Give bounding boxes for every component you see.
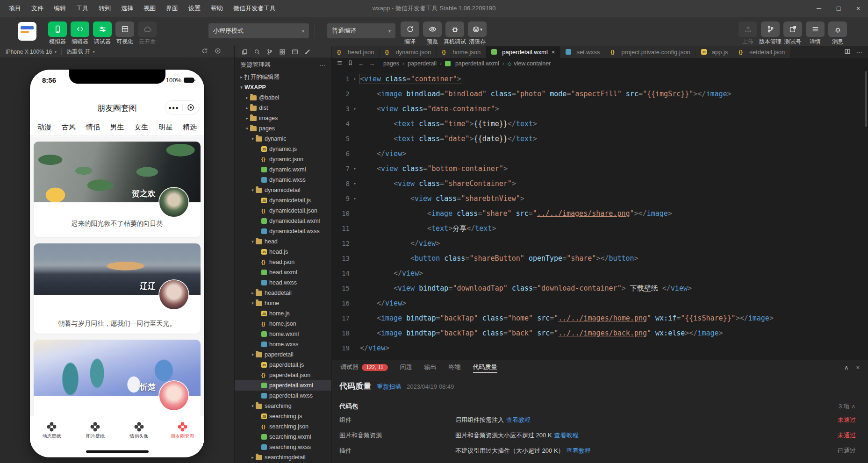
menu-item-帮助[interactable]: 帮助	[207, 2, 227, 14]
editor-tab-paperdetail.wxml[interactable]: paperdetail.wxml×	[486, 46, 560, 58]
code-line[interactable]: 16</view>	[332, 296, 868, 311]
window-icon[interactable]	[292, 49, 298, 55]
brush-icon[interactable]	[304, 49, 311, 55]
panel-tab-调试器[interactable]: 调试器122, 11	[340, 360, 388, 374]
rescan-link[interactable]: 重新扫描	[377, 383, 401, 391]
编译-button[interactable]: 编译	[399, 17, 421, 46]
tree-item-dynamicdetail.wxss[interactable]: dynamicdetail.wxss	[235, 226, 331, 236]
editor-tab-set.wxss[interactable]: set.wxss	[560, 46, 605, 58]
code-line[interactable]: 19</view>	[332, 341, 868, 356]
fold-caret-icon[interactable]: ▾	[350, 166, 360, 171]
code-line[interactable]: 5<text class="date">{{date}}</text>	[332, 131, 868, 146]
bookmark-icon[interactable]	[347, 60, 353, 67]
grid-icon[interactable]	[279, 49, 286, 55]
editor-tab-setdetail.json[interactable]: {}setdetail.json	[733, 46, 790, 58]
moments-card[interactable]: 贺之欢迟来的阳光救不了枯萎的向日葵	[34, 142, 201, 237]
消息-button[interactable]: 消息	[827, 17, 848, 46]
code-editor[interactable]: 1▾<view class="container">2<image bindlo…	[332, 69, 868, 360]
restart-icon[interactable]	[201, 48, 208, 56]
code-line[interactable]: 12</view>	[332, 236, 868, 251]
tree-item-WXAPP[interactable]: ▾WXAPP	[235, 82, 331, 93]
close-window-icon[interactable]: ×	[848, 0, 868, 17]
fold-caret-icon[interactable]: ▾	[350, 107, 360, 111]
tree-item-searchimgdetail[interactable]: ▸searchimgdetail	[235, 452, 331, 463]
search-icon[interactable]	[254, 49, 260, 55]
tutorial-link[interactable]: 查看教程	[554, 432, 579, 439]
breadcrumb-item-paperdetail.wxml[interactable]: paperdetail.wxml	[445, 60, 499, 67]
list-icon[interactable]	[337, 60, 343, 67]
可视化-button[interactable]: 可视化	[114, 17, 136, 46]
category-tab-明星[interactable]: 明星	[158, 123, 172, 132]
tree-item-searchimg.json[interactable]: {}searchimg.json	[235, 421, 331, 432]
maximize-window-icon[interactable]: □	[829, 0, 848, 17]
tabbar-item-情侣头像[interactable]: 情侣头像	[117, 416, 161, 445]
tree-item-dynamic.json[interactable]: {}dynamic.json	[235, 154, 331, 164]
breadcrumb-item-pages[interactable]: pages	[383, 60, 399, 67]
版本管理-button[interactable]: 版本管理	[760, 17, 781, 46]
tabbar-item-图片壁纸[interactable]: 图片壁纸	[73, 416, 117, 445]
more-actions-icon[interactable]: ⋯	[856, 49, 862, 56]
tree-item-dynamic[interactable]: ▾dynamic	[235, 134, 331, 144]
minimize-window-icon[interactable]: ─	[809, 0, 829, 17]
category-tab-情侣[interactable]: 情侣	[86, 123, 100, 132]
tree-item-head.wxml[interactable]: head.wxml	[235, 267, 331, 278]
tree-item-head.js[interactable]: JShead.js	[235, 247, 331, 257]
menu-item-项目[interactable]: 项目	[5, 2, 25, 14]
tree-item-dist[interactable]: ▸dist	[235, 103, 331, 113]
split-editor-icon[interactable]	[844, 48, 851, 56]
close-tab-icon[interactable]: ×	[552, 49, 555, 56]
fold-caret-icon[interactable]: ▾	[350, 181, 360, 186]
more-dots-icon[interactable]: ●●●	[165, 105, 182, 110]
screenshot-icon[interactable]	[215, 48, 221, 56]
menu-item-工具[interactable]: 工具	[72, 2, 93, 14]
device-select[interactable]: iPhone X 100% 16 ▾	[0, 49, 57, 55]
清缓存-button[interactable]: ▾清缓存	[466, 17, 488, 46]
调试器-button[interactable]: 调试器	[92, 17, 113, 46]
tree-item-images[interactable]: ▸images	[235, 113, 331, 123]
mode-select[interactable]: 小程序模式 ▾	[208, 23, 309, 38]
editor-tab-head.json[interactable]: {}head.json	[332, 46, 380, 58]
模拟器-button[interactable]: 模拟器	[47, 17, 68, 46]
back-arrow-icon[interactable]: ←	[358, 60, 364, 67]
tree-item-@babel[interactable]: ▸@babel	[235, 93, 331, 103]
category-tab-男生[interactable]: 男生	[110, 123, 124, 132]
close-capsule-icon[interactable]	[183, 104, 200, 111]
avatar[interactable]	[159, 280, 188, 309]
tree-item-paperdetail.wxml[interactable]: paperdetail.wxml	[235, 380, 331, 391]
code-line[interactable]: 1▾<view class="container">	[332, 71, 868, 86]
editor-tab-home.json[interactable]: {}home.json	[437, 46, 486, 58]
codepack-section-header[interactable]: 代码包 3 项 ∧	[339, 401, 856, 412]
tree-item-head.json[interactable]: {}head.json	[235, 257, 331, 267]
编辑器-button[interactable]: 编辑器	[69, 17, 91, 46]
fold-caret-icon[interactable]: ▾	[350, 77, 360, 81]
menu-item-转到[interactable]: 转到	[94, 2, 115, 14]
tree-item-paperdetail.js[interactable]: JSpaperdetail.js	[235, 360, 331, 370]
tree-item-paperdetail.json[interactable]: {}paperdetail.json	[235, 370, 331, 380]
editor-tab-app.js[interactable]: JSapp.js	[696, 46, 734, 58]
branch-icon[interactable]	[266, 49, 273, 55]
tree-item-home.json[interactable]: {}home.json	[235, 319, 331, 329]
code-line[interactable]: 11<text>分享</text>	[332, 221, 868, 236]
tree-item-headdetail[interactable]: ▸headdetail	[235, 288, 331, 298]
tree-item-paperdetail.wxss[interactable]: paperdetail.wxss	[235, 391, 331, 401]
tree-item-paperdetail[interactable]: ▾paperdetail	[235, 349, 331, 360]
tree-item-dynamicdetail.wxml[interactable]: dynamicdetail.wxml	[235, 216, 331, 226]
breadcrumb-item-paperdetail[interactable]: paperdetail	[408, 60, 437, 67]
breadcrumb-item-view.container[interactable]: ◇view.container	[508, 60, 551, 67]
tree-item-home.js[interactable]: JShome.js	[235, 308, 331, 319]
code-line[interactable]: 9▾<view class="sharebtnView">	[332, 191, 868, 206]
forward-arrow-icon[interactable]: →	[369, 60, 375, 67]
menu-item-文件[interactable]: 文件	[27, 2, 48, 14]
tabbar-item-动态壁纸[interactable]: 动态壁纸	[30, 416, 73, 445]
panel-tab-代码质量[interactable]: 代码质量	[473, 360, 497, 374]
tutorial-link[interactable]: 查看教程	[567, 447, 591, 454]
moments-card[interactable]: 辽辽朝暮与岁月同往，愿我们一同行至天光。	[34, 243, 201, 334]
editor-tab-project.private.config.json[interactable]: {}project.private.config.json	[605, 46, 696, 58]
真机调试-button[interactable]: 真机调试	[444, 17, 466, 46]
code-line[interactable]: 18<image bindtap="backTap" class="back" …	[332, 326, 868, 341]
home-indicator[interactable]	[86, 450, 149, 453]
code-line[interactable]: 7▾<view class="bottom-container">	[332, 161, 868, 176]
editor-scrollbar[interactable]	[865, 71, 867, 127]
menu-item-微信开发者工具[interactable]: 微信开发者工具	[229, 2, 280, 14]
category-tab-精选[interactable]: 精选	[183, 123, 197, 132]
